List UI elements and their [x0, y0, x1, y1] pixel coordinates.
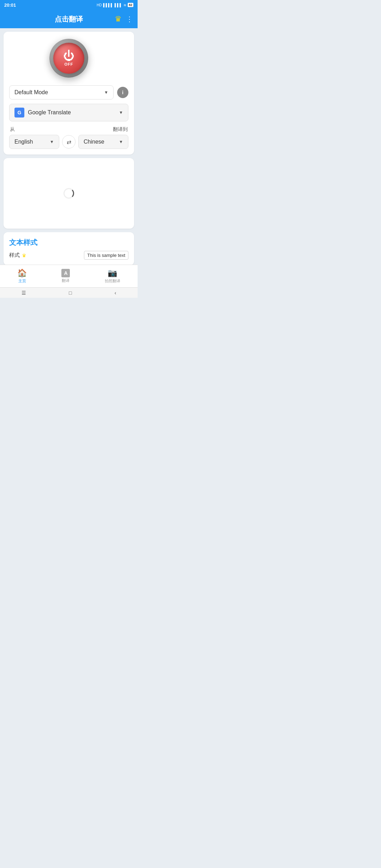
to-dropdown-arrow: ▼: [119, 139, 123, 144]
signal-icon: ▌▌▌▌: [103, 3, 113, 7]
status-bar: 20:01 HD ▌▌▌▌ ▌▌▌ ≋ 82: [0, 0, 138, 10]
translator-name: Google Translate: [28, 109, 115, 116]
nav-translate[interactable]: A 翻译: [56, 267, 75, 285]
from-label: 从: [10, 126, 15, 133]
info-icon: i: [122, 90, 123, 95]
google-translate-icon: G: [14, 108, 24, 117]
style-label-row: 样式 ♛: [9, 252, 26, 259]
translator-dropdown-arrow: ▼: [119, 110, 123, 115]
bottom-nav: 🏠 主页 A 翻译 📷 拍照翻译: [0, 265, 138, 287]
home-icon: 🏠: [17, 269, 27, 278]
translator-selector[interactable]: G Google Translate ▼: [9, 104, 128, 121]
text-style-row: 样式 ♛ This is sample text: [9, 251, 128, 260]
translation-output-card: [4, 158, 134, 229]
nav-home-label: 主页: [18, 278, 26, 284]
sys-home-button[interactable]: □: [69, 290, 72, 296]
camera-icon: 📷: [108, 269, 117, 278]
page-title: 点击翻译: [55, 14, 83, 24]
sys-menu-button[interactable]: ☰: [22, 290, 26, 296]
sys-back-button[interactable]: ‹: [115, 290, 116, 296]
power-off-label: OFF: [65, 62, 73, 66]
style-crown-icon: ♛: [22, 253, 26, 258]
text-style-title: 文本样式: [9, 238, 128, 247]
mode-row: Default Mode ▼ i: [9, 85, 128, 100]
battery-indicator: 82: [128, 3, 133, 7]
wifi-icon: ≋: [123, 3, 126, 7]
system-nav: ☰ □ ‹: [0, 287, 138, 298]
mode-dropdown-text: Default Mode: [14, 89, 48, 96]
translate-icon: A: [61, 269, 70, 277]
from-dropdown-arrow: ▼: [50, 139, 54, 144]
to-language-dropdown[interactable]: Chinese ▼: [78, 135, 128, 149]
from-language-dropdown[interactable]: English ▼: [9, 135, 59, 149]
lang-row: English ▼ ⇄ Chinese ▼: [9, 135, 128, 149]
status-time: 20:01: [4, 2, 16, 8]
nav-home[interactable]: 🏠 主页: [12, 266, 32, 286]
mode-dropdown[interactable]: Default Mode ▼: [9, 85, 114, 100]
swap-languages-button[interactable]: ⇄: [62, 135, 75, 149]
status-icons: HD ▌▌▌▌ ▌▌▌ ≋ 82: [97, 3, 133, 7]
loading-spinner: [64, 188, 74, 199]
nav-translate-label: 翻译: [62, 278, 69, 283]
to-label: 翻译到: [113, 126, 128, 133]
mode-dropdown-arrow: ▼: [104, 90, 108, 95]
swap-icon: ⇄: [67, 139, 71, 145]
premium-icon[interactable]: ♛: [115, 14, 122, 24]
more-menu-icon[interactable]: ⋮: [126, 15, 133, 23]
hd-icon: HD: [97, 3, 102, 7]
style-label: 样式: [9, 252, 20, 259]
top-bar: 点击翻译 ♛ ⋮: [0, 10, 138, 28]
to-language-text: Chinese: [84, 139, 104, 145]
power-button-inner: ⏻ OFF: [53, 43, 84, 74]
power-symbol-icon: ⏻: [63, 50, 74, 61]
lang-labels: 从 翻译到: [9, 126, 128, 133]
google-g-letter: G: [18, 110, 22, 115]
main-card: ⏻ OFF Default Mode ▼ i G Google Tra: [4, 32, 134, 155]
top-bar-actions: ♛ ⋮: [115, 14, 133, 24]
info-button[interactable]: i: [117, 87, 128, 98]
from-language-text: English: [14, 139, 33, 145]
sample-text-box: This is sample text: [84, 251, 128, 260]
nav-photo-label: 拍照翻译: [105, 278, 120, 284]
main-content: ⏻ OFF Default Mode ▼ i G Google Tra: [0, 28, 138, 265]
signal-icon-2: ▌▌▌: [115, 3, 122, 7]
power-button[interactable]: ⏻ OFF: [49, 39, 88, 78]
nav-photo-translate[interactable]: 📷 拍照翻译: [99, 266, 126, 286]
text-style-card: 文本样式 样式 ♛ This is sample text: [4, 232, 134, 265]
